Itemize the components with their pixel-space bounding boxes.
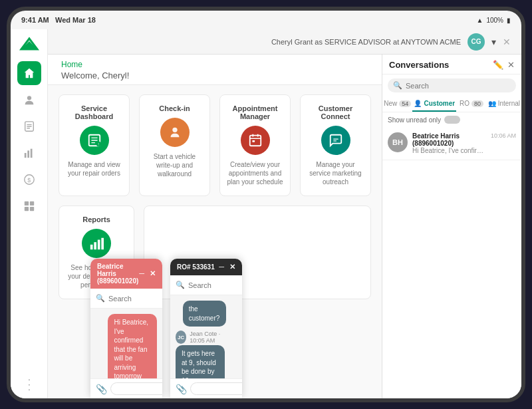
dashboard-grid: Service Dashboard ↑ — [48, 85, 382, 205]
message-0-beatrice: Hi Beatrice, I've confirmed that the fan… — [108, 314, 157, 378]
app-logo — [17, 35, 41, 53]
conv-search-icon: 🔍 — [393, 81, 402, 90]
svg-rect-7 — [24, 153, 26, 158]
card-title-service: Service Dashboard — [66, 104, 122, 120]
chat-search-input-beatrice[interactable] — [108, 295, 162, 303]
svg-text:$: $ — [27, 177, 31, 184]
chat-title-ro: RO# 533631 — [177, 263, 215, 271]
svg-rect-30 — [90, 245, 93, 249]
chat-input-beatrice[interactable] — [110, 382, 162, 395]
chat-body-beatrice: Hi Beatrice, I've confirmed that the fan… — [90, 309, 162, 378]
tab-customer[interactable]: 👤 Customer — [412, 96, 456, 112]
tab-ro-badge: 80 — [471, 100, 483, 107]
breadcrumb: Home — [61, 60, 368, 69]
svg-rect-15 — [29, 207, 33, 211]
status-date: Wed Mar 18 — [55, 16, 96, 24]
svg-rect-9 — [30, 149, 32, 158]
toggle-track[interactable] — [444, 116, 460, 124]
msg-text-jc: It gets here at 9, should be done by 10 — [176, 345, 225, 378]
search-icon-ro: 🔍 — [176, 281, 185, 289]
sidebar-item-reports[interactable] — [17, 141, 41, 165]
svg-point-22 — [172, 128, 177, 132]
conv-info-beatrice: Beatrice Harris (8896001020) Hi Beatrice… — [412, 132, 486, 154]
status-time: 9:41 AM — [21, 16, 49, 24]
reports-title: Reports — [82, 215, 110, 223]
sidebar-item-person[interactable] — [17, 88, 41, 112]
tab-ro[interactable]: RO 80 — [456, 96, 486, 112]
page-area: Home Welcome, Cheryl! Service Dashboard — [48, 55, 382, 398]
sidebar-item-grid[interactable] — [17, 194, 41, 218]
service-dashboard-icon: ↑ — [80, 126, 109, 155]
svg-rect-14 — [24, 207, 28, 211]
page-header: Home Welcome, Cheryl! — [48, 55, 382, 85]
svg-text:↑: ↑ — [97, 142, 99, 146]
customer-connect-card[interactable]: Customer Connect Manage your service mar… — [300, 94, 371, 196]
conv-search-bar: 🔍 — [388, 78, 516, 92]
chat-header-ro: RO# 533631 ─ ✕ — [170, 259, 242, 275]
chat-search-input-ro[interactable] — [188, 281, 242, 289]
chat-search-bar-beatrice: 🔍 ℹ ⋮ — [90, 289, 162, 309]
battery-icon: ▮ — [507, 17, 511, 24]
status-bar: 9:41 AM Wed Mar 18 ▲ 100% ▮ — [11, 11, 521, 29]
card-title-customer: Customer Connect — [307, 104, 364, 120]
sender-avatar-jc: JC — [176, 331, 186, 344]
sidebar-item-finance[interactable]: $ — [17, 168, 41, 192]
show-unread-label: Show unread only — [388, 116, 441, 124]
card-title-checkin: Check-in — [159, 104, 190, 112]
appointment-icon — [241, 126, 270, 155]
conv-search-input[interactable] — [406, 82, 511, 90]
attachment-icon-beatrice[interactable]: 📎 — [96, 384, 107, 394]
svg-rect-23 — [249, 136, 261, 146]
tab-internal[interactable]: 👥 Internal — [487, 96, 521, 112]
minimize-icon-ro[interactable]: ─ — [219, 263, 224, 271]
chat-input-ro[interactable] — [190, 382, 242, 395]
conversations-header: Conversations ✏️ ✕ — [382, 55, 521, 74]
user-role-label: Cheryl Grant as SERVICE ADVISOR at ANYTO… — [271, 38, 461, 46]
welcome-text: Welcome, Cheryl! — [61, 70, 368, 80]
conv-preview-beatrice: Hi Beatrice, I've confirmed that the fan… — [412, 147, 486, 154]
chat-input-bar-beatrice: 📎 — [90, 378, 162, 398]
tab-new[interactable]: New 54 — [382, 96, 412, 112]
user-avatar[interactable]: CG — [467, 33, 485, 51]
chat-search-bar-ro: 🔍 ℹ ⋮ — [170, 275, 242, 295]
svg-rect-33 — [101, 238, 104, 249]
chat-title-beatrice: Beatrice Harris (8896001020) — [97, 263, 139, 285]
chat-header-beatrice: Beatrice Harris (8896001020) ─ ✕ — [90, 259, 162, 289]
chat-window-beatrice: Beatrice Harris (8896001020) ─ ✕ 🔍 ℹ — [90, 259, 162, 398]
chat-body-ro: the customer? JC Jean Cote · 10:05 AM — [170, 295, 242, 378]
close-conv-icon[interactable]: ✕ — [507, 60, 515, 70]
service-dashboard-card[interactable]: Service Dashboard ↑ — [59, 94, 130, 196]
checkin-icon — [160, 118, 190, 147]
topbar-menu-icon[interactable]: ▾ — [491, 37, 496, 47]
card-desc-service: Manage and view your repair orders — [66, 160, 122, 178]
internal-icon: 👥 — [488, 100, 496, 107]
conv-avatar-beatrice: BH — [388, 132, 408, 152]
svg-rect-8 — [27, 150, 29, 158]
attachment-icon-ro[interactable]: 📎 — [176, 384, 187, 394]
sidebar-item-notes[interactable] — [17, 114, 41, 138]
reports-icon — [82, 229, 111, 258]
customer-tab-icon: 👤 — [414, 100, 422, 107]
conv-item-beatrice[interactable]: BH Beatrice Harris (8896001020) Hi Beatr… — [382, 127, 521, 160]
compose-icon[interactable]: ✏️ — [493, 60, 503, 70]
minimize-icon-beatrice[interactable]: ─ — [139, 269, 144, 278]
close-chat-beatrice[interactable]: ✕ — [150, 269, 156, 278]
sidebar-item-home[interactable] — [17, 61, 41, 85]
close-chat-ro[interactable]: ✕ — [229, 263, 235, 271]
wifi-icon: ▲ — [477, 17, 483, 24]
checkin-card[interactable]: Check-in Start a vehicle write-up and wa… — [139, 94, 210, 196]
show-unread-toggle[interactable]: Show unread only — [382, 112, 521, 127]
conv-name-beatrice: Beatrice Harris (8896001020) — [412, 132, 486, 147]
card-title-appointment: Appointment Manager — [227, 104, 283, 120]
close-icon[interactable]: ✕ — [503, 37, 511, 47]
topbar: Cheryl Grant as SERVICE ADVISOR at ANYTO… — [48, 29, 521, 55]
customer-connect-icon — [321, 126, 350, 155]
sender-name-jc: Jean Cote · 10:05 AM — [190, 331, 237, 344]
appointment-card[interactable]: Appointment Manager Create/ — [219, 94, 291, 196]
search-icon-beatrice: 🔍 — [96, 294, 105, 303]
chat-window-ro: RO# 533631 ─ ✕ 🔍 ℹ ⋮ — [170, 259, 242, 398]
card-desc-appointment: Create/view your appointments and plan y… — [227, 160, 283, 186]
sidebar: $ ··· — [11, 29, 48, 398]
svg-rect-32 — [98, 240, 100, 250]
sidebar-more[interactable]: ··· — [23, 378, 35, 393]
